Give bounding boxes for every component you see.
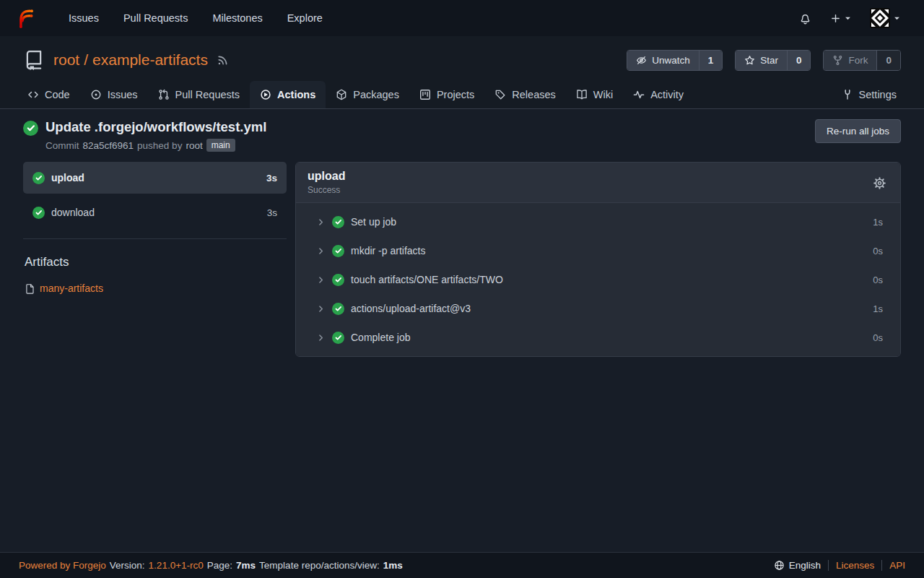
job-name: download [51, 207, 95, 218]
success-check-icon [332, 332, 344, 344]
nav-milestones[interactable]: Milestones [200, 12, 274, 24]
nav-explore[interactable]: Explore [275, 12, 335, 24]
job-detail-name: upload [308, 170, 345, 183]
branch-badge[interactable]: main [206, 139, 235, 152]
tab-activity[interactable]: Activity [623, 81, 694, 108]
artifact-item: many-artifacts [25, 282, 287, 294]
book-icon [576, 89, 588, 100]
create-new-menu[interactable] [821, 13, 860, 24]
tab-projects[interactable]: Projects [409, 81, 484, 108]
forgejo-logo[interactable] [14, 7, 36, 30]
avatar [870, 8, 890, 28]
page-time-label: Page: [207, 560, 232, 571]
step-row-touch[interactable]: touch artifacts/ONE artifacts/TWO 0s [296, 265, 900, 294]
step-row-mkdir[interactable]: mkdir -p artifacts 0s [296, 236, 900, 265]
rss-icon [217, 54, 229, 66]
success-check-icon [32, 172, 45, 184]
nav-issues[interactable]: Issues [56, 12, 111, 24]
step-duration: 0s [873, 246, 883, 256]
chevron-right-icon [316, 217, 326, 227]
project-icon [419, 89, 431, 100]
fork-label: Fork [848, 55, 868, 66]
chevron-down-icon [894, 15, 900, 22]
job-name: upload [51, 172, 84, 184]
repo-breadcrumb: root/example-artifacts [53, 51, 208, 69]
version-label: Version: [110, 560, 145, 571]
gear-icon [873, 177, 886, 189]
step-row-upload-artifact[interactable]: actions/upload-artifact@v3 1s [296, 294, 900, 323]
language-menu[interactable]: English [774, 560, 821, 571]
version-link[interactable]: 1.21.0+1-rc0 [149, 560, 204, 571]
jobs-sidebar: upload 3s download 3s Artifacts many-art… [23, 162, 287, 294]
step-duration: 0s [873, 275, 883, 285]
job-item-upload[interactable]: upload 3s [23, 162, 287, 194]
eye-off-icon [636, 55, 647, 66]
tab-releases[interactable]: Releases [484, 81, 565, 108]
job-detail-card: upload Success Set up job 1s [295, 162, 901, 357]
step-row-setup-job[interactable]: Set up job 1s [296, 207, 900, 236]
step-name: mkdir -p artifacts [351, 245, 425, 256]
rss-feed-button[interactable] [217, 54, 229, 66]
success-check-icon [332, 274, 344, 286]
licenses-link[interactable]: Licenses [836, 560, 874, 571]
tab-packages[interactable]: Packages [326, 81, 409, 108]
run-header: Update .forgejo/workflows/test.yml Commi… [23, 119, 901, 152]
repo-owner-link[interactable]: root [53, 51, 79, 68]
tabs-spacer [694, 81, 832, 108]
rerun-all-jobs-button[interactable]: Re-run all jobs [815, 119, 901, 143]
success-check-icon [32, 207, 45, 219]
tab-settings-label: Settings [859, 89, 897, 100]
job-duration: 3s [266, 173, 277, 184]
star-button[interactable]: Star [736, 51, 787, 70]
unwatch-label: Unwatch [652, 55, 690, 66]
tab-packages-label: Packages [353, 89, 399, 100]
repo-name-link[interactable]: example-artifacts [92, 51, 208, 68]
api-link[interactable]: API [889, 560, 905, 571]
artifacts-heading: Artifacts [25, 255, 287, 269]
chevron-down-icon [845, 15, 851, 22]
tab-activity-label: Activity [650, 89, 684, 100]
run-columns: upload 3s download 3s Artifacts many-art… [23, 162, 901, 357]
star-label: Star [760, 55, 778, 66]
tab-actions[interactable]: Actions [250, 81, 326, 108]
commit-label: Commit [45, 140, 79, 151]
page-time-value: 7ms [236, 560, 256, 571]
avatar-identicon [870, 8, 890, 28]
file-icon [25, 283, 35, 294]
forgejo-logo-icon [14, 7, 36, 30]
watchers-count[interactable]: 1 [699, 51, 723, 70]
tab-code[interactable]: Code [17, 81, 80, 108]
top-navbar: Issues Pull Requests Milestones Explore [0, 0, 924, 36]
powered-by-link[interactable]: Powered by Forgejo [19, 560, 106, 571]
user-menu[interactable] [860, 8, 910, 28]
forks-count[interactable]: 0 [876, 51, 900, 70]
fork-button-group: Fork 0 [823, 50, 901, 71]
commit-line: Commit 82a5cf6961 pushed by root main [45, 139, 266, 152]
commit-hash-link[interactable]: 82a5cf6961 [83, 140, 134, 151]
artifact-link-many-artifacts[interactable]: many-artifacts [40, 282, 103, 294]
step-row-complete-job[interactable]: Complete job 0s [296, 323, 900, 352]
success-check-icon [23, 121, 38, 136]
pushed-by-label: pushed by [137, 140, 182, 151]
tab-pull-requests[interactable]: Pull Requests [148, 81, 250, 108]
star-icon [744, 55, 755, 66]
stars-count[interactable]: 0 [787, 51, 811, 70]
nav-pull-requests[interactable]: Pull Requests [111, 12, 200, 24]
page-footer: Powered by Forgejo Version: 1.21.0+1-rc0… [0, 552, 924, 578]
job-options-button[interactable] [871, 174, 889, 192]
job-item-download[interactable]: download 3s [23, 197, 287, 228]
tab-issues[interactable]: Issues [80, 81, 148, 108]
step-name: actions/upload-artifact@v3 [351, 303, 471, 314]
tab-wiki[interactable]: Wiki [566, 81, 623, 108]
star-button-group: Star 0 [735, 50, 811, 71]
job-duration: 3s [267, 207, 277, 218]
step-duration: 0s [873, 332, 883, 343]
tab-settings[interactable]: Settings [832, 81, 907, 108]
commit-author-link[interactable]: root [186, 140, 202, 151]
step-name: Set up job [351, 216, 396, 228]
notifications-button[interactable] [790, 12, 821, 25]
job-detail-header: upload Success [296, 163, 900, 203]
unwatch-button[interactable]: Unwatch [627, 51, 699, 70]
template-time-label: Template repo/actions/view: [259, 560, 380, 571]
success-check-icon [332, 216, 344, 228]
